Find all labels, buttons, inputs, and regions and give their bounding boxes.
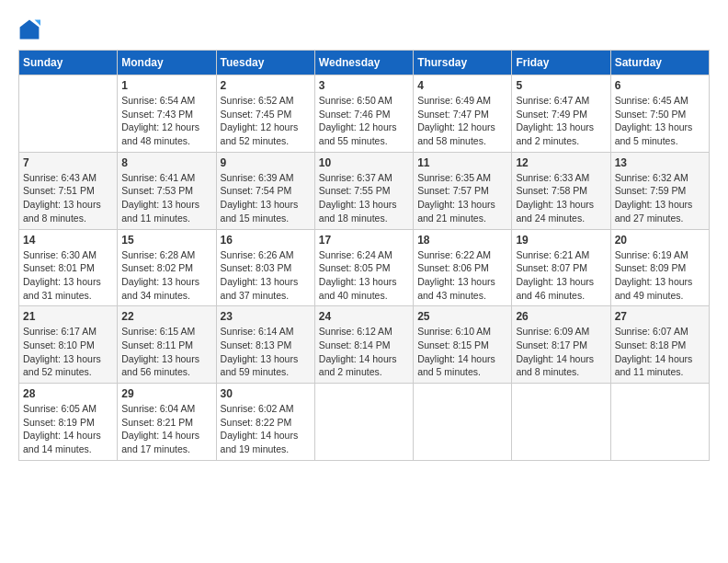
calendar-cell: 19Sunrise: 6:21 AMSunset: 8:07 PMDayligh… — [512, 229, 610, 306]
calendar-week-4: 21Sunrise: 6:17 AMSunset: 8:10 PMDayligh… — [19, 306, 710, 384]
day-detail: Sunrise: 6:49 AMSunset: 7:47 PMDaylight:… — [417, 94, 507, 148]
day-detail: Sunrise: 6:22 AMSunset: 8:06 PMDaylight:… — [417, 248, 507, 303]
day-detail: Sunrise: 6:26 AMSunset: 8:03 PMDaylight:… — [221, 248, 311, 303]
day-detail: Sunrise: 6:24 AMSunset: 8:05 PMDaylight:… — [319, 248, 409, 303]
weekday-header-wednesday: Wednesday — [314, 51, 413, 75]
calendar-cell: 12Sunrise: 6:33 AMSunset: 7:58 PMDayligh… — [512, 152, 610, 229]
calendar-cell: 23Sunrise: 6:14 AMSunset: 8:13 PMDayligh… — [216, 306, 314, 384]
logo-icon — [18, 18, 40, 40]
calendar-week-5: 28Sunrise: 6:05 AMSunset: 8:19 PMDayligh… — [19, 384, 710, 461]
calendar-week-1: 1Sunrise: 6:54 AMSunset: 7:43 PMDaylight… — [19, 75, 710, 153]
logo — [18, 18, 44, 40]
calendar-table: SundayMondayTuesdayWednesdayThursdayFrid… — [18, 50, 710, 461]
day-number: 29 — [121, 387, 211, 400]
calendar-header-row: SundayMondayTuesdayWednesdayThursdayFrid… — [19, 51, 710, 75]
day-detail: Sunrise: 6:05 AMSunset: 8:19 PMDaylight:… — [23, 402, 113, 456]
calendar-cell: 1Sunrise: 6:54 AMSunset: 7:43 PMDaylight… — [118, 75, 216, 153]
calendar-cell: 6Sunrise: 6:45 AMSunset: 7:50 PMDaylight… — [610, 75, 709, 153]
calendar-cell: 15Sunrise: 6:28 AMSunset: 8:02 PMDayligh… — [118, 229, 216, 306]
day-detail: Sunrise: 6:37 AMSunset: 7:55 PMDaylight:… — [319, 171, 409, 225]
day-detail: Sunrise: 6:04 AMSunset: 8:21 PMDaylight:… — [121, 402, 211, 456]
day-number: 1 — [121, 79, 211, 92]
calendar-cell: 3Sunrise: 6:50 AMSunset: 7:46 PMDaylight… — [314, 75, 413, 153]
day-number: 3 — [319, 79, 409, 92]
calendar-cell: 4Sunrise: 6:49 AMSunset: 7:47 PMDaylight… — [414, 75, 512, 153]
calendar-cell: 18Sunrise: 6:22 AMSunset: 8:06 PMDayligh… — [414, 229, 512, 306]
day-number: 8 — [121, 156, 211, 169]
calendar-cell: 21Sunrise: 6:17 AMSunset: 8:10 PMDayligh… — [19, 306, 118, 384]
day-number: 28 — [23, 387, 113, 400]
weekday-header-tuesday: Tuesday — [216, 51, 314, 75]
day-number: 22 — [121, 310, 211, 323]
calendar-cell — [314, 384, 413, 461]
calendar-cell: 30Sunrise: 6:02 AMSunset: 8:22 PMDayligh… — [216, 384, 314, 461]
day-number: 19 — [516, 234, 606, 247]
day-detail: Sunrise: 6:41 AMSunset: 7:53 PMDaylight:… — [121, 171, 211, 225]
calendar-week-2: 7Sunrise: 6:43 AMSunset: 7:51 PMDaylight… — [19, 152, 710, 229]
day-detail: Sunrise: 6:45 AMSunset: 7:50 PMDaylight:… — [615, 94, 705, 148]
day-detail: Sunrise: 6:52 AMSunset: 7:45 PMDaylight:… — [221, 94, 311, 148]
calendar-cell — [610, 384, 709, 461]
calendar-cell: 17Sunrise: 6:24 AMSunset: 8:05 PMDayligh… — [314, 229, 413, 306]
day-number: 16 — [221, 234, 311, 247]
calendar-cell: 24Sunrise: 6:12 AMSunset: 8:14 PMDayligh… — [314, 306, 413, 384]
day-detail: Sunrise: 6:19 AMSunset: 8:09 PMDaylight:… — [615, 248, 705, 303]
day-detail: Sunrise: 6:15 AMSunset: 8:11 PMDaylight:… — [121, 325, 211, 379]
day-number: 17 — [319, 234, 409, 247]
calendar-cell: 22Sunrise: 6:15 AMSunset: 8:11 PMDayligh… — [118, 306, 216, 384]
day-number: 14 — [23, 234, 113, 247]
calendar-cell — [19, 75, 118, 153]
calendar-week-3: 14Sunrise: 6:30 AMSunset: 8:01 PMDayligh… — [19, 229, 710, 306]
calendar-cell: 16Sunrise: 6:26 AMSunset: 8:03 PMDayligh… — [216, 229, 314, 306]
svg-marker-0 — [20, 20, 40, 40]
day-number: 13 — [615, 156, 705, 169]
calendar-cell: 25Sunrise: 6:10 AMSunset: 8:15 PMDayligh… — [414, 306, 512, 384]
calendar-cell: 5Sunrise: 6:47 AMSunset: 7:49 PMDaylight… — [512, 75, 610, 153]
page-header — [18, 18, 710, 40]
day-detail: Sunrise: 6:43 AMSunset: 7:51 PMDaylight:… — [23, 171, 113, 225]
weekday-header-saturday: Saturday — [610, 51, 709, 75]
weekday-header-monday: Monday — [118, 51, 216, 75]
day-detail: Sunrise: 6:50 AMSunset: 7:46 PMDaylight:… — [319, 94, 409, 148]
calendar-cell: 29Sunrise: 6:04 AMSunset: 8:21 PMDayligh… — [118, 384, 216, 461]
day-detail: Sunrise: 6:09 AMSunset: 8:17 PMDaylight:… — [516, 325, 606, 379]
day-detail: Sunrise: 6:07 AMSunset: 8:18 PMDaylight:… — [615, 325, 705, 379]
day-number: 27 — [615, 310, 705, 323]
day-detail: Sunrise: 6:14 AMSunset: 8:13 PMDaylight:… — [221, 325, 311, 379]
day-number: 15 — [121, 234, 211, 247]
calendar-cell: 13Sunrise: 6:32 AMSunset: 7:59 PMDayligh… — [610, 152, 709, 229]
calendar-cell: 2Sunrise: 6:52 AMSunset: 7:45 PMDaylight… — [216, 75, 314, 153]
calendar-cell: 28Sunrise: 6:05 AMSunset: 8:19 PMDayligh… — [19, 384, 118, 461]
calendar-cell: 11Sunrise: 6:35 AMSunset: 7:57 PMDayligh… — [414, 152, 512, 229]
day-number: 6 — [615, 79, 705, 92]
day-number: 26 — [516, 310, 606, 323]
day-detail: Sunrise: 6:47 AMSunset: 7:49 PMDaylight:… — [516, 94, 606, 148]
day-number: 12 — [516, 156, 606, 169]
day-detail: Sunrise: 6:32 AMSunset: 7:59 PMDaylight:… — [615, 171, 705, 225]
calendar-cell: 7Sunrise: 6:43 AMSunset: 7:51 PMDaylight… — [19, 152, 118, 229]
calendar-body: 1Sunrise: 6:54 AMSunset: 7:43 PMDaylight… — [19, 75, 710, 461]
calendar-cell: 8Sunrise: 6:41 AMSunset: 7:53 PMDaylight… — [118, 152, 216, 229]
day-number: 7 — [23, 156, 113, 169]
day-number: 20 — [615, 234, 705, 247]
day-number: 4 — [417, 79, 507, 92]
calendar-cell: 14Sunrise: 6:30 AMSunset: 8:01 PMDayligh… — [19, 229, 118, 306]
calendar-cell — [414, 384, 512, 461]
day-number: 10 — [319, 156, 409, 169]
day-detail: Sunrise: 6:12 AMSunset: 8:14 PMDaylight:… — [319, 325, 409, 379]
calendar-cell: 10Sunrise: 6:37 AMSunset: 7:55 PMDayligh… — [314, 152, 413, 229]
day-detail: Sunrise: 6:54 AMSunset: 7:43 PMDaylight:… — [121, 94, 211, 148]
day-detail: Sunrise: 6:02 AMSunset: 8:22 PMDaylight:… — [221, 402, 311, 456]
day-detail: Sunrise: 6:39 AMSunset: 7:54 PMDaylight:… — [221, 171, 311, 225]
day-number: 5 — [516, 79, 606, 92]
day-number: 18 — [417, 234, 507, 247]
day-detail: Sunrise: 6:10 AMSunset: 8:15 PMDaylight:… — [417, 325, 507, 379]
day-number: 24 — [319, 310, 409, 323]
day-number: 25 — [417, 310, 507, 323]
day-detail: Sunrise: 6:17 AMSunset: 8:10 PMDaylight:… — [23, 325, 113, 379]
day-number: 2 — [221, 79, 311, 92]
day-detail: Sunrise: 6:30 AMSunset: 8:01 PMDaylight:… — [23, 248, 113, 303]
day-number: 21 — [23, 310, 113, 323]
day-number: 9 — [221, 156, 311, 169]
day-detail: Sunrise: 6:21 AMSunset: 8:07 PMDaylight:… — [516, 248, 606, 303]
